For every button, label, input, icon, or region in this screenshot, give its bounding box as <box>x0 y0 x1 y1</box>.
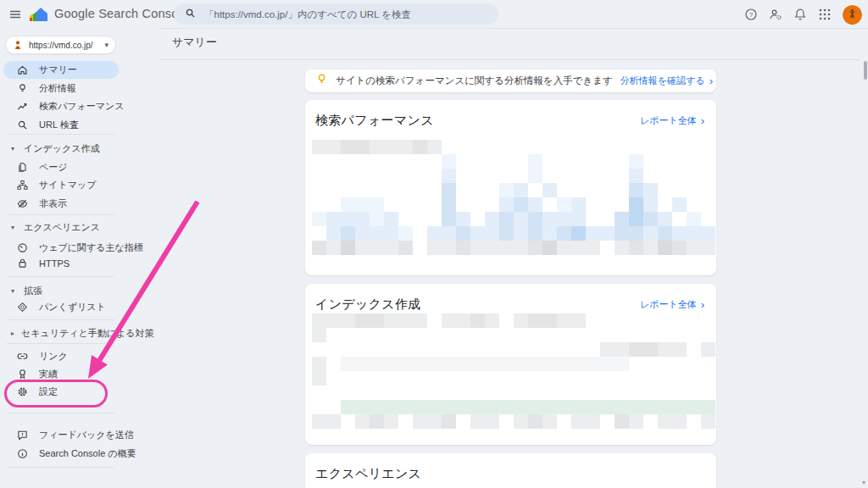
sidebar-section-security-manual-actions[interactable]: ▸セキュリティと手動による対策 <box>3 324 131 342</box>
blur-cell <box>600 226 615 241</box>
sidebar-item-label: 検索パフォーマンス <box>39 100 125 113</box>
sidebar-item-insights[interactable]: 分析情報 <box>3 80 119 97</box>
sidebar-section-label: 拡張 <box>24 285 42 297</box>
full-report-link[interactable]: レポート全体› <box>640 114 704 127</box>
sitemap-icon <box>17 180 28 191</box>
blur-cell <box>672 342 687 357</box>
blur-cell <box>326 212 341 226</box>
blur-cell <box>312 140 326 154</box>
card-title: インデックス作成 <box>315 297 421 313</box>
blur-cell <box>557 197 571 212</box>
blur-cell <box>341 313 355 328</box>
notifications-icon[interactable] <box>793 8 807 21</box>
sidebar-item-sitemaps[interactable]: サイトマップ <box>3 176 119 194</box>
sidebar-section-experience[interactable]: ▾エクスペリエンス <box>3 219 131 236</box>
blur-cell <box>312 371 326 385</box>
insights-banner: サイトの検索パフォーマンスに関する分析情報を入手できます 分析情報を確認する› <box>305 69 716 92</box>
blur-cell <box>643 226 658 241</box>
sidebar-divider <box>7 343 114 344</box>
search-icon <box>185 7 196 22</box>
blur-cell <box>442 169 456 183</box>
sidebar-item-about[interactable]: Search Console の概要 <box>3 445 119 463</box>
blur-cell <box>643 342 658 357</box>
blur-cell <box>427 414 442 429</box>
help-icon[interactable]: ? <box>744 8 758 21</box>
blur-cell <box>341 241 355 255</box>
blur-cell <box>528 313 542 328</box>
blur-cell <box>528 414 542 429</box>
blur-cell <box>514 226 528 241</box>
blur-cell <box>370 241 384 255</box>
about-icon <box>17 448 28 459</box>
sidebar-item-links[interactable]: リンク <box>3 347 119 365</box>
blur-cell <box>485 414 499 429</box>
blur-cell <box>629 183 643 197</box>
blur-cell <box>442 400 456 414</box>
sidebar-item-settings[interactable]: 設定 <box>3 383 119 401</box>
caret-down-icon: ▾ <box>11 224 17 231</box>
sidebar-item-achievements[interactable]: 実績 <box>3 365 119 383</box>
blur-cell <box>615 400 629 414</box>
view-insights-link[interactable]: 分析情報を確認する› <box>620 75 713 87</box>
sidebar-item-hidden[interactable]: 非表示 <box>3 195 119 213</box>
blur-cell <box>370 313 384 328</box>
apps-grid-icon[interactable] <box>818 8 832 21</box>
sidebar-divider <box>7 413 114 413</box>
blurred-chart <box>312 313 715 429</box>
blur-cell <box>485 226 499 241</box>
header-divider <box>159 28 868 29</box>
blur-cell <box>341 400 355 414</box>
sidebar-item-feedback[interactable]: フィードバックを送信 <box>3 426 119 444</box>
user-settings-icon[interactable] <box>769 8 782 21</box>
url-inspection-searchbar[interactable] <box>174 3 498 25</box>
blur-cell <box>398 357 413 371</box>
blur-cell <box>514 183 528 197</box>
chevron-right-icon: › <box>701 115 704 126</box>
blur-cell <box>427 400 442 414</box>
blur-cell <box>326 226 341 241</box>
blur-cell <box>514 400 528 414</box>
blurred-chart <box>312 140 715 255</box>
sidebar-section-label: エクスペリエンス <box>24 221 100 234</box>
scrollbar-thumb[interactable] <box>864 61 867 80</box>
blur-cell <box>355 212 370 226</box>
blur-cell <box>600 342 615 357</box>
blur-cell <box>701 400 715 414</box>
sidebar-section-indexing[interactable]: ▾インデックス作成 <box>3 140 131 158</box>
blur-cell <box>571 226 586 241</box>
sidebar-item-search-performance[interactable]: 検索パフォーマンス <box>3 97 119 115</box>
settings-icon <box>17 386 28 397</box>
sidebar-section-enhancements[interactable]: ▾拡張 <box>3 282 131 300</box>
blur-cell <box>672 241 687 255</box>
blur-cell <box>514 197 528 212</box>
account-avatar[interactable] <box>843 5 862 25</box>
indexing-card: インデックス作成 レポート全体› <box>305 284 716 445</box>
sidebar-item-url-inspection[interactable]: URL 検査 <box>3 116 119 134</box>
sidebar-item-https[interactable]: HTTPS <box>3 254 119 272</box>
blur-cell <box>384 226 398 241</box>
blur-cell <box>413 414 427 429</box>
blur-cell <box>413 400 427 414</box>
blur-cell <box>456 241 470 255</box>
blur-cell <box>528 169 542 183</box>
full-report-link[interactable]: レポート全体› <box>640 298 704 311</box>
blur-cell <box>341 357 355 371</box>
blur-cell <box>442 357 456 371</box>
sidebar-item-breadcrumbs[interactable]: パンくずリスト <box>3 298 119 316</box>
blur-cell <box>600 357 615 371</box>
blur-cell <box>542 226 557 241</box>
blur-cell <box>470 357 485 371</box>
blur-cell <box>658 400 672 414</box>
blur-cell <box>629 169 643 183</box>
sidebar-item-pages[interactable]: ページ <box>3 158 119 176</box>
blur-cell <box>442 197 456 212</box>
blur-cell <box>470 241 485 255</box>
blur-cell <box>413 140 427 154</box>
blur-cell <box>514 241 528 255</box>
blur-cell <box>355 226 370 241</box>
sidebar-item-summary[interactable]: サマリー <box>3 61 119 79</box>
search-input[interactable] <box>204 9 490 19</box>
blur-cell <box>312 212 326 226</box>
blur-cell <box>355 241 370 255</box>
blur-cell <box>456 313 470 328</box>
